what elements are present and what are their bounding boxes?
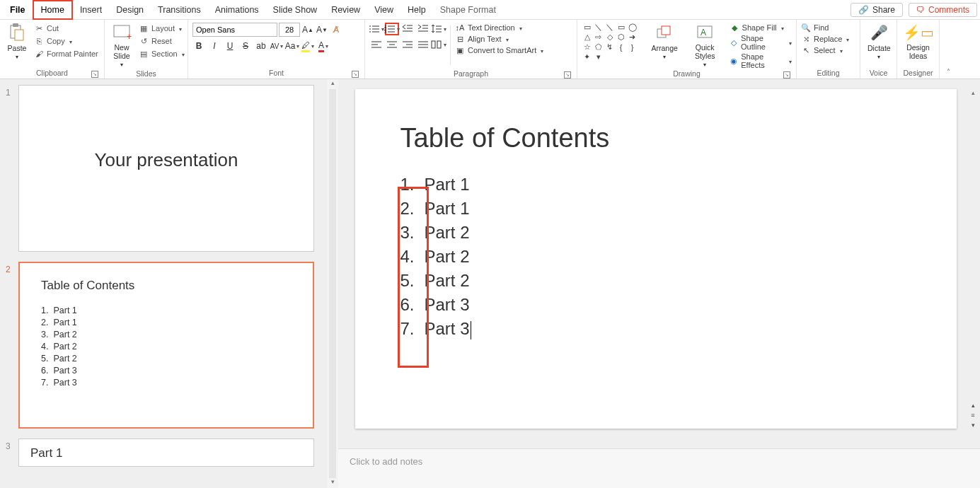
section-button[interactable]: ▤Section bbox=[137, 48, 186, 59]
replace-button[interactable]: ⤭Replace bbox=[801, 34, 849, 44]
align-right-button[interactable] bbox=[400, 38, 415, 51]
shape-brace-icon[interactable]: { bbox=[616, 42, 626, 52]
list-item[interactable]: 7.Part 3 bbox=[400, 319, 911, 339]
list-item[interactable]: 6.Part 3 bbox=[400, 295, 911, 315]
strike-button[interactable]: S bbox=[239, 40, 252, 52]
tab-file[interactable]: File bbox=[3, 1, 33, 18]
shape-rect-icon[interactable]: ▭ bbox=[616, 23, 626, 32]
line-spacing-button[interactable] bbox=[432, 23, 446, 35]
notes-pane[interactable]: Click to add notes bbox=[338, 448, 980, 488]
paste-button[interactable]: Paste▾ bbox=[4, 21, 30, 62]
font-color-button[interactable]: A bbox=[317, 40, 330, 52]
list-item[interactable]: 1.Part 1 bbox=[400, 175, 911, 194]
shape-star2-icon[interactable]: ✦ bbox=[582, 52, 592, 62]
paragraph-launcher[interactable]: ↘ bbox=[564, 71, 571, 79]
find-button[interactable]: 🔍Find bbox=[801, 23, 849, 33]
shape-arrow-icon[interactable]: ⇨ bbox=[593, 33, 604, 42]
clipboard-launcher[interactable]: ↘ bbox=[91, 71, 98, 78]
increase-indent-button[interactable] bbox=[416, 23, 430, 35]
shape-outline-button[interactable]: ◇Shape Outline bbox=[730, 34, 792, 51]
shape-brace2-icon[interactable]: } bbox=[627, 42, 638, 52]
slide-thumbnail-3[interactable]: Part 1 bbox=[18, 438, 314, 467]
share-button[interactable]: 🔗Share bbox=[851, 3, 903, 17]
editor-scrollbar[interactable]: ▴ ▴≡▾ bbox=[967, 89, 979, 431]
font-launcher[interactable]: ↘ bbox=[352, 71, 359, 78]
list-item[interactable]: 4.Part 2 bbox=[400, 247, 911, 267]
align-left-button[interactable] bbox=[369, 38, 384, 51]
quick-styles-button[interactable]: AQuick Styles▾ bbox=[684, 21, 727, 69]
align-text-button[interactable]: ⊟Align Text bbox=[455, 34, 543, 44]
tab-view[interactable]: View bbox=[367, 1, 400, 18]
font-size-input[interactable] bbox=[279, 23, 300, 37]
drawing-launcher[interactable]: ↘ bbox=[783, 71, 790, 79]
underline-button[interactable]: U bbox=[224, 40, 236, 52]
columns-button[interactable] bbox=[432, 38, 446, 51]
shape-diamond-icon[interactable]: ◇ bbox=[604, 33, 615, 42]
tab-transitions[interactable]: Transitions bbox=[151, 1, 208, 18]
shape-tri-icon[interactable]: △ bbox=[582, 33, 592, 42]
shape-connector-icon[interactable]: ↯ bbox=[604, 42, 615, 52]
increase-font-button[interactable]: A▲ bbox=[301, 23, 314, 36]
justify-button[interactable] bbox=[416, 38, 430, 51]
decrease-indent-button[interactable] bbox=[400, 23, 415, 35]
shape-line2-icon[interactable]: ＼ bbox=[604, 23, 615, 32]
shape-effects-button[interactable]: ◉Shape Effects bbox=[730, 52, 792, 69]
bullets-button[interactable] bbox=[369, 23, 384, 35]
tab-insert[interactable]: Insert bbox=[73, 1, 109, 18]
slide-title[interactable]: Table of Contents bbox=[400, 123, 911, 153]
list-item[interactable]: 2.Part 1 bbox=[400, 199, 911, 219]
dictate-button[interactable]: 🎤Dictate▾ bbox=[865, 21, 894, 62]
font-name-input[interactable] bbox=[192, 23, 277, 37]
thumbnails-scrollbar[interactable]: ▴▾ bbox=[327, 79, 338, 488]
tab-home[interactable]: Home bbox=[33, 0, 73, 20]
shape-textbox-icon[interactable]: ▭ bbox=[582, 23, 592, 32]
shape-more-icon[interactable]: ▾ bbox=[593, 52, 604, 62]
reset-button[interactable]: ↺Reset bbox=[137, 35, 186, 47]
char-spacing-button[interactable]: AV bbox=[270, 40, 283, 52]
new-slide-button[interactable]: + New Slide▾ bbox=[109, 21, 134, 69]
cut-button[interactable]: ✂Cut bbox=[33, 23, 100, 34]
align-center-button[interactable] bbox=[385, 38, 399, 51]
text-direction-button[interactable]: ↕AText Direction bbox=[455, 23, 543, 33]
shadow-button[interactable]: ab bbox=[255, 40, 267, 52]
prev-slide-nav[interactable]: ▴ bbox=[967, 402, 979, 412]
slide-canvas[interactable]: Table of Contents 1.Part 12.Part 13.Part… bbox=[355, 89, 957, 429]
bold-button[interactable]: B bbox=[192, 40, 205, 52]
shapes-gallery[interactable]: ▭＼＼▭◯△ ⇨◇⬡➜☆⬠ ↯{}✦▾ bbox=[582, 21, 645, 62]
comments-button[interactable]: 🗨Comments bbox=[909, 3, 977, 17]
change-case-button[interactable]: Aa bbox=[286, 40, 299, 52]
list-item[interactable]: 3.Part 2 bbox=[400, 223, 911, 243]
arrange-button[interactable]: Arrange▾ bbox=[648, 21, 680, 62]
shape-arrow2-icon[interactable]: ➜ bbox=[627, 33, 638, 42]
slide-thumbnail-2[interactable]: Table of Contents 1. Part 12. Part 13. P… bbox=[18, 262, 314, 429]
tab-shape-format[interactable]: Shape Format bbox=[433, 1, 503, 18]
decrease-font-button[interactable]: A▼ bbox=[316, 23, 328, 36]
italic-button[interactable]: I bbox=[208, 40, 221, 52]
shape-star-icon[interactable]: ☆ bbox=[582, 42, 592, 52]
slide-nav-menu[interactable]: ≡ bbox=[967, 412, 979, 422]
highlight-button[interactable]: 🖊 bbox=[301, 40, 314, 52]
design-ideas-button[interactable]: ⚡▭Design Ideas bbox=[901, 21, 935, 62]
format-painter-button[interactable]: 🖌Format Painter bbox=[33, 48, 100, 59]
shape-oval-icon[interactable]: ◯ bbox=[627, 23, 638, 32]
layout-button[interactable]: ▦Layout bbox=[137, 23, 186, 34]
numbering-button[interactable]: 123 bbox=[385, 23, 399, 35]
tab-review[interactable]: Review bbox=[324, 1, 367, 18]
slide-content-list[interactable]: 1.Part 12.Part 13.Part 24.Part 25.Part 2… bbox=[400, 175, 911, 339]
select-button[interactable]: ↖Select bbox=[801, 45, 849, 55]
collapse-ribbon-button[interactable]: ˄ bbox=[940, 20, 957, 79]
next-slide-nav[interactable]: ▾ bbox=[967, 422, 979, 431]
tab-animations[interactable]: Animations bbox=[208, 1, 266, 18]
tab-design[interactable]: Design bbox=[109, 1, 151, 18]
copy-button[interactable]: ⎘Copy bbox=[33, 35, 100, 47]
slide-thumbnail-1[interactable]: Your presentation bbox=[18, 85, 314, 252]
shape-fill-button[interactable]: ◆Shape Fill bbox=[730, 23, 792, 33]
clear-formatting-button[interactable]: A̸ bbox=[330, 23, 342, 36]
shape-hex-icon[interactable]: ⬡ bbox=[616, 33, 626, 42]
shape-callout-icon[interactable]: ⬠ bbox=[593, 42, 604, 52]
tab-help[interactable]: Help bbox=[400, 1, 433, 18]
list-item[interactable]: 5.Part 2 bbox=[400, 271, 911, 291]
shape-line-icon[interactable]: ＼ bbox=[593, 23, 604, 32]
tab-slideshow[interactable]: Slide Show bbox=[266, 1, 325, 18]
convert-smartart-button[interactable]: ▣Convert to SmartArt bbox=[455, 45, 543, 55]
